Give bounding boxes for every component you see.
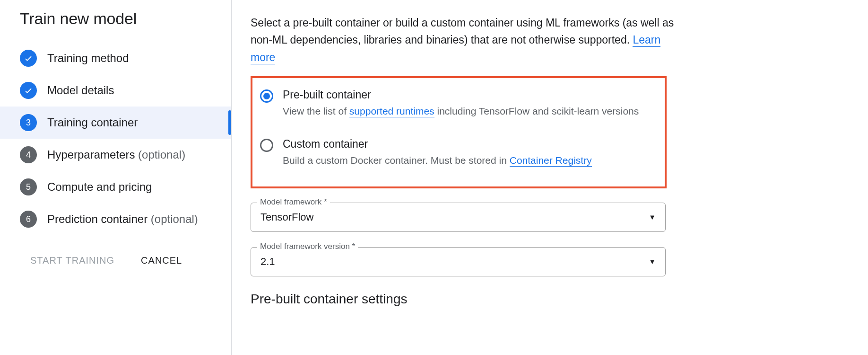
step-number-icon: 4 — [20, 146, 37, 163]
radio-custom-container[interactable]: Custom container Build a custom Docker c… — [260, 136, 657, 174]
wizard-sidebar: Train new model Training method Model de… — [0, 0, 232, 355]
model-framework-select[interactable]: TensorFlow ▼ — [251, 203, 666, 232]
model-framework-field: Model framework * TensorFlow ▼ — [251, 203, 666, 232]
description-body: Select a pre-built container or build a … — [251, 17, 674, 46]
select-value: TensorFlow — [260, 211, 313, 223]
radio-help: View the list of supported runtimes incl… — [283, 104, 657, 118]
container-type-group: Pre-built container View the list of sup… — [251, 76, 667, 188]
sidebar-actions: START TRAINING CANCEL — [20, 252, 231, 269]
step-training-container[interactable]: 3 Training container — [0, 106, 231, 139]
check-icon — [20, 82, 37, 99]
step-prediction-container[interactable]: 6 Prediction container (optional) — [20, 203, 231, 235]
main-content: Select a pre-built container or build a … — [232, 0, 868, 355]
container-registry-link[interactable]: Container Registry — [510, 155, 592, 167]
radio-help-pre: View the list of — [283, 106, 349, 116]
chevron-down-icon: ▼ — [649, 213, 656, 221]
field-legend: Model framework version * — [257, 242, 358, 251]
supported-runtimes-link[interactable]: supported runtimes — [349, 106, 434, 117]
page-title: Train new model — [20, 9, 231, 28]
step-compute-pricing[interactable]: 5 Compute and pricing — [20, 171, 231, 203]
steps-list: Training method Model details 3 Training… — [20, 42, 231, 235]
select-value: 2.1 — [260, 256, 275, 268]
step-model-details[interactable]: Model details — [20, 74, 231, 106]
step-optional-text: (optional) — [151, 213, 198, 225]
step-hyperparameters[interactable]: 4 Hyperparameters (optional) — [20, 139, 231, 171]
model-framework-version-field: Model framework version * 2.1 ▼ — [251, 247, 666, 276]
radio-label: Pre-built container — [283, 89, 657, 101]
step-number-icon: 5 — [20, 178, 37, 195]
chevron-down-icon: ▼ — [649, 257, 656, 266]
step-label-text: Hyperparameters — [47, 148, 135, 161]
radio-content: Custom container Build a custom Docker c… — [283, 138, 657, 167]
radio-help-post: including TensorFlow and scikit-learn ve… — [434, 106, 639, 116]
step-label: Training container — [47, 116, 138, 129]
step-label: Prediction container (optional) — [47, 213, 198, 226]
radio-help-pre: Build a custom Docker container. Must be… — [283, 155, 510, 166]
step-training-method[interactable]: Training method — [20, 42, 231, 74]
step-label: Hyperparameters (optional) — [47, 148, 185, 161]
step-label-text: Prediction container — [47, 213, 148, 225]
start-training-button[interactable]: START TRAINING — [28, 252, 116, 269]
step-label: Compute and pricing — [47, 180, 152, 194]
step-optional-text: (optional) — [138, 148, 185, 161]
radio-help: Build a custom Docker container. Must be… — [283, 153, 657, 167]
radio-prebuilt-container[interactable]: Pre-built container View the list of sup… — [260, 87, 657, 124]
model-framework-version-select[interactable]: 2.1 ▼ — [251, 247, 666, 276]
step-number-icon: 3 — [20, 114, 37, 131]
step-label: Training method — [47, 52, 129, 65]
radio-content: Pre-built container View the list of sup… — [283, 89, 657, 118]
radio-label: Custom container — [283, 138, 657, 151]
settings-heading: Pre-built container settings — [251, 292, 849, 307]
cancel-button[interactable]: CANCEL — [139, 252, 184, 269]
field-legend: Model framework * — [257, 197, 330, 207]
radio-icon[interactable] — [260, 139, 273, 152]
description-text: Select a pre-built container or build a … — [251, 14, 676, 66]
radio-icon[interactable] — [260, 89, 273, 103]
check-icon — [20, 50, 37, 67]
step-number-icon: 6 — [20, 211, 37, 228]
step-label: Model details — [47, 84, 114, 97]
